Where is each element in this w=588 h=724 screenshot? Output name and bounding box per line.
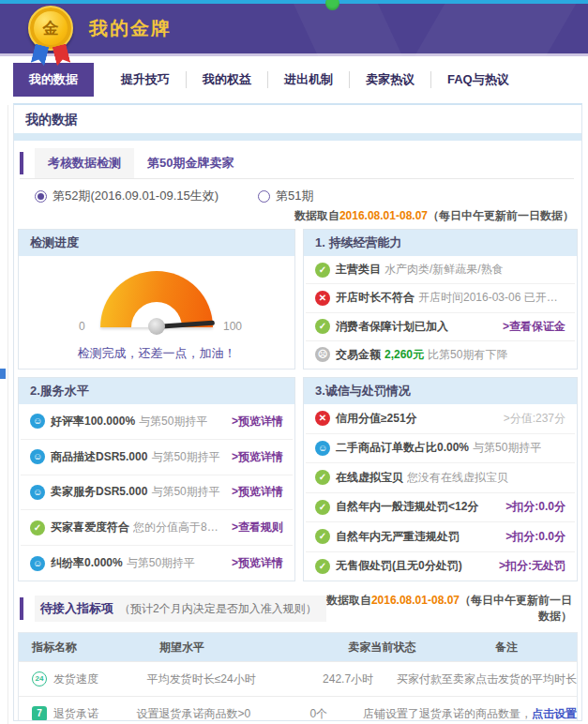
pending-title-chip: 待接入指标项 （预计2个月内决定是否加入准入规则）: [35, 596, 326, 622]
data-source-prefix: 数据取自: [326, 594, 371, 607]
shipping-speed-icon: 24: [32, 671, 47, 686]
metric-label: 主营类目: [336, 262, 381, 278]
metric-row: ☺ 卖家服务DSR5.000 与第50期持平 >预览详情: [21, 475, 293, 510]
section-title: 我的数据: [14, 105, 581, 133]
metric-row: ☺ 二手商品订单数占比0.00% 与第50期持平: [306, 433, 575, 463]
accent-bar: [20, 597, 23, 620]
indicator-status: 242.7小时: [299, 671, 397, 687]
gauge-min-label: 0: [79, 320, 85, 333]
metric-detail: 与第50期持平: [151, 449, 219, 465]
card-operating-ability: 1. 持续经营能力 ✓ 主营类目 水产肉类/新鲜蔬果/熟食 ✕ 开店时长不符合 …: [303, 229, 578, 370]
metric-row: ✕ 信用分值≥251分 >分值:237分: [306, 404, 575, 433]
metric-cards-grid: 检测进度 0 100 检测完成，还差一点，加油！ 1. 持续经营能力: [18, 229, 578, 581]
click-setup-link[interactable]: 点击设置: [532, 707, 577, 720]
metric-row: ☺ 好评率100.000% 与第50期持平 >预览详情: [21, 404, 293, 439]
check-icon: ✓: [315, 529, 330, 544]
score-muted-text: >分值:237分: [496, 411, 565, 427]
data-source-suffix: （每日中午更新前一日数据）: [460, 594, 572, 623]
metric-row: ☺ 商品描述DSR5.000 与第50期持平 >预览详情: [21, 439, 293, 475]
card-integrity-penalty: 3.诚信与处罚情况 ✕ 信用分值≥251分 >分值:237分 ☺ 二手商品订单数…: [303, 377, 578, 581]
smile-icon: ☺: [30, 414, 45, 429]
medal-text: 金: [43, 18, 59, 39]
col-header-name: 指标名称: [19, 640, 159, 656]
metric-detail: 水产肉类/新鲜蔬果/熟食: [384, 262, 504, 278]
view-deposit-link[interactable]: >查看保证金: [495, 319, 565, 335]
metric-label: 信用分值≥251分: [336, 411, 417, 427]
gold-medal-icon: 金: [25, 6, 76, 62]
view-rules-link[interactable]: >查看规则: [224, 520, 283, 535]
table-header-row: 指标名称 期望水平 卖家当前状态 备注: [19, 633, 577, 661]
indicator-remark: 店铺设置了退货承诺的商品数量，点击设置: [363, 706, 577, 722]
deduction-link[interactable]: >扣分:0.0分: [498, 499, 565, 515]
metric-label: 开店时长不符合: [336, 290, 415, 306]
metric-row: ☺ 纠纷率0.000% 与第50期持平 >预览详情: [21, 545, 293, 581]
tab-my-data[interactable]: 我的数据: [13, 63, 94, 97]
metric-detail: 与第50期持平: [473, 440, 541, 456]
metric-label: 卖家服务DSR5.000: [51, 484, 147, 500]
my-data-section: 我的数据 考核数据检测 第50期金牌卖家 第52期(2016.09.01-09.…: [13, 103, 582, 721]
period-radio-51[interactable]: 第51期: [258, 188, 313, 204]
edge-blue-marker: [0, 369, 6, 379]
preview-detail-link[interactable]: >预览详情: [224, 484, 283, 500]
metric-detail: 比第50期有下降: [428, 347, 507, 363]
card-body: ✕ 信用分值≥251分 >分值:237分 ☺ 二手商品订单数占比0.00% 与第…: [304, 404, 577, 581]
deduction-link[interactable]: >扣分:无处罚: [491, 558, 565, 574]
data-source-prefix: 数据取自: [294, 209, 339, 222]
cross-icon: ✕: [315, 411, 330, 426]
radio-selected-icon: [35, 190, 47, 203]
smile-icon: ☺: [30, 485, 45, 500]
check-icon: ✓: [30, 520, 45, 535]
smile-icon: ☺: [30, 556, 45, 571]
preview-detail-link[interactable]: >预览详情: [224, 414, 283, 430]
tab-faq[interactable]: FAQ与热议: [430, 71, 525, 88]
data-source-range: 2016.08.01-08.07: [371, 594, 460, 607]
tab-entry-exit[interactable]: 进出机制: [267, 71, 349, 88]
metric-label: 商品描述DSR5.000: [51, 449, 147, 465]
period-radio-52[interactable]: 第52期(2016.09.01-09.15生效): [35, 188, 219, 204]
metric-detail: 开店时间2016-03-06 已开店156天: [418, 290, 565, 306]
card-title: 1. 持续经营能力: [304, 230, 577, 256]
metric-row: ✓ 在线虚拟宝贝 您没有在线虚拟宝贝: [306, 462, 575, 492]
medal-circle: 金: [28, 6, 73, 51]
deduction-link[interactable]: >扣分:0.0分: [498, 529, 565, 545]
data-source-suffix: （每日中午更新前一日数据）: [428, 209, 574, 222]
indicator-name: 退货承诺: [53, 706, 98, 722]
table-row: 24 发货速度 平均发货时长≤24小时 242.7小时 买家付款至卖家点击发货的…: [19, 661, 577, 696]
card-progress: 检测进度 0 100 检测完成，还差一点，加油！: [18, 229, 295, 370]
metric-label: 纠纷率0.000%: [51, 555, 123, 571]
col-header-status: 卖家当前状态: [328, 640, 436, 656]
metric-label: 好评率100.000%: [51, 414, 135, 430]
period-radio-label: 第52期(2016.09.01-09.15生效): [53, 188, 219, 204]
preview-detail-link[interactable]: >预览详情: [224, 555, 283, 571]
check-icon: ✓: [315, 263, 330, 278]
col-header-remark: 备注: [436, 640, 577, 656]
browser-edge-bar: [0, 0, 588, 4]
subtab-assessment-check[interactable]: 考核数据检测: [35, 148, 134, 178]
metric-row: ☹ 交易金额 2,260元 比第50期有下降: [306, 340, 575, 369]
tab-my-benefits[interactable]: 我的权益: [186, 71, 267, 88]
metric-row: ✓ 买家喜爱度符合 您的分值高于80分 >查看规则: [21, 509, 293, 545]
pending-title: 待接入指标项: [40, 600, 113, 617]
progress-gauge: 0 100: [68, 267, 246, 337]
gauge-hub: [148, 318, 165, 335]
metric-row: ✓ 自然年内一般违规处罚<12分 >扣分:0.0分: [306, 492, 575, 522]
table-row: 7 退货承诺 设置退货承诺商品数>0 0个 店铺设置了退货承诺的商品数量，点击设…: [19, 696, 577, 721]
card-progress-body: 0 100 检测完成，还差一点，加油！: [19, 256, 294, 369]
metric-row: ✓ 主营类目 水产肉类/新鲜蔬果/熟食: [306, 256, 575, 283]
metric-label: 交易金额: [336, 347, 381, 363]
gauge-caption: 检测完成，还差一点，加油！: [21, 345, 293, 362]
tab-improve-skills[interactable]: 提升技巧: [105, 71, 186, 88]
subtab-period50-sellers[interactable]: 第50期金牌卖家: [134, 148, 247, 178]
data-source-range: 2016.08.01-08.07: [339, 209, 428, 222]
neutral-face-icon: ☹: [315, 347, 330, 362]
check-icon: ✓: [315, 319, 330, 334]
metric-row: ✓ 无售假处罚(且无0分处罚) >扣分:无处罚: [306, 551, 575, 581]
pending-section-header: 待接入指标项 （预计2个月内决定是否加入准入规则） 数据取自2016.08.01…: [20, 593, 574, 625]
indicator-expect: 平均发货时长≤24小时: [147, 671, 299, 687]
tab-seller-discussion[interactable]: 卖家热议: [349, 71, 430, 88]
page-title: 我的金牌: [89, 16, 172, 41]
preview-detail-link[interactable]: >预览详情: [224, 449, 283, 465]
card-body: ☺ 好评率100.000% 与第50期持平 >预览详情 ☺ 商品描述DSR5.0…: [19, 404, 294, 581]
remark-text: 店铺设置了退货承诺的商品数量，: [363, 707, 532, 720]
card-title: 3.诚信与处罚情况: [304, 378, 577, 404]
